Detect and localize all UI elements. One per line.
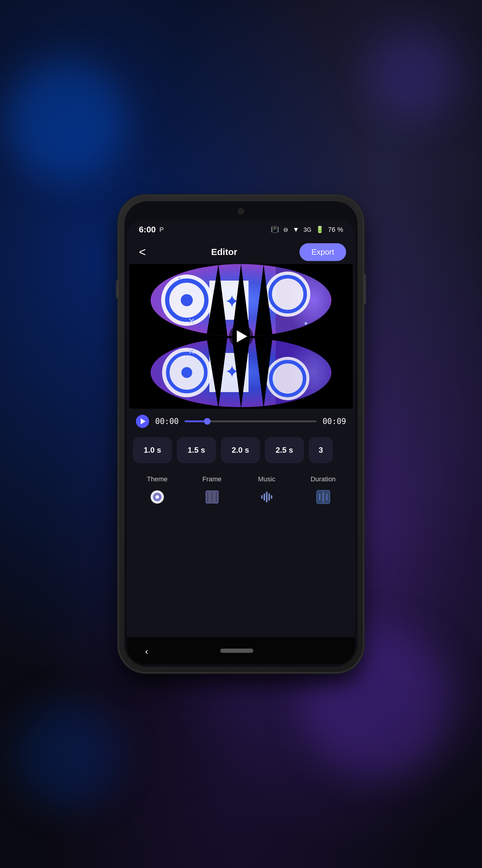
tool-theme-label: Theme (147, 475, 167, 483)
back-button[interactable]: < (136, 242, 149, 262)
chip-2[interactable]: 1.5 s (177, 437, 216, 463)
nav-bar: ‹ (127, 637, 355, 664)
play-small-icon (141, 418, 146, 424)
vibrate-icon: 📳 (271, 226, 279, 234)
page-title: Editor (211, 247, 237, 257)
status-time: 6:00 P (139, 225, 164, 235)
wifi-icon: ▼ (292, 226, 299, 234)
side-button-left (116, 280, 119, 299)
svg-point-23 (181, 367, 192, 378)
timeline-play-button[interactable] (136, 415, 149, 428)
export-button[interactable]: Export (299, 243, 346, 261)
play-button[interactable] (229, 324, 253, 348)
tool-duration-label: Duration (311, 475, 335, 483)
frame-icon (201, 486, 223, 508)
chip-4[interactable]: 2.5 s (265, 437, 304, 463)
svg-rect-41 (271, 495, 272, 499)
svg-rect-38 (264, 493, 265, 501)
end-time: 00:09 (323, 417, 346, 426)
signal-icon: 3G (303, 226, 312, 233)
tool-music-label: Music (258, 475, 275, 483)
battery-percent: 76 % (328, 226, 343, 234)
svg-rect-39 (266, 492, 267, 502)
bottom-tools: Theme Frame (127, 469, 355, 511)
video-preview: ✦ ✕ ✦ ✦ (129, 264, 353, 409)
tool-music[interactable]: Music (256, 475, 278, 508)
timeline-bar: 00:00 00:09 (127, 409, 355, 434)
chip-5[interactable]: 3 (309, 437, 333, 463)
duration-icon-svg (315, 489, 331, 505)
chip-3[interactable]: 2.0 s (221, 437, 260, 463)
svg-text:✦: ✦ (303, 320, 309, 327)
current-time: 00:00 (155, 417, 179, 426)
tool-theme[interactable]: Theme (147, 475, 168, 508)
chip-1[interactable]: 1.0 s (133, 437, 172, 463)
nav-home-button[interactable] (220, 649, 253, 653)
duration-chips: 1.0 s 1.5 s 2.0 s 2.5 s 3 (127, 434, 355, 469)
svg-point-33 (155, 495, 159, 499)
music-icon (256, 486, 278, 508)
camera-notch (238, 208, 244, 215)
side-button-right (363, 274, 366, 304)
tool-frame[interactable]: Frame (201, 475, 223, 508)
phone-screen: 6:00 P 📳 ⊖ ▼ 3G 🔋 76 % < Editor Export (127, 219, 355, 664)
frame-icon-svg (204, 489, 220, 505)
top-bar: < Editor Export (127, 240, 355, 264)
carrier-icon: P (159, 226, 164, 234)
status-bar: 6:00 P 📳 ⊖ ▼ 3G 🔋 76 % (127, 219, 355, 240)
status-icons: 📳 ⊖ ▼ 3G 🔋 76 % (271, 226, 343, 234)
music-icon-svg (259, 489, 275, 505)
dnd-icon: ⊖ (283, 226, 288, 233)
svg-rect-37 (261, 495, 263, 499)
scrubber-thumb[interactable] (204, 418, 211, 425)
phone-inner: 6:00 P 📳 ⊖ ▼ 3G 🔋 76 % < Editor Export (124, 201, 358, 667)
tool-frame-label: Frame (202, 475, 222, 483)
tool-duration[interactable]: Duration (311, 475, 335, 508)
duration-icon (312, 486, 334, 508)
svg-point-7 (181, 294, 193, 306)
play-icon (237, 330, 247, 342)
nav-back-button[interactable]: ‹ (145, 644, 149, 657)
scrubber-track[interactable] (185, 421, 316, 422)
svg-rect-40 (268, 493, 270, 501)
battery-icon: 🔋 (316, 226, 324, 234)
theme-icon (147, 486, 168, 508)
clock-time: 6:00 (139, 225, 156, 235)
phone-device: 6:00 P 📳 ⊖ ▼ 3G 🔋 76 % < Editor Export (119, 196, 363, 672)
svg-text:✦: ✦ (177, 275, 182, 282)
svg-text:✕: ✕ (188, 347, 195, 356)
svg-text:✕: ✕ (188, 316, 195, 326)
theme-icon-svg (150, 489, 165, 505)
